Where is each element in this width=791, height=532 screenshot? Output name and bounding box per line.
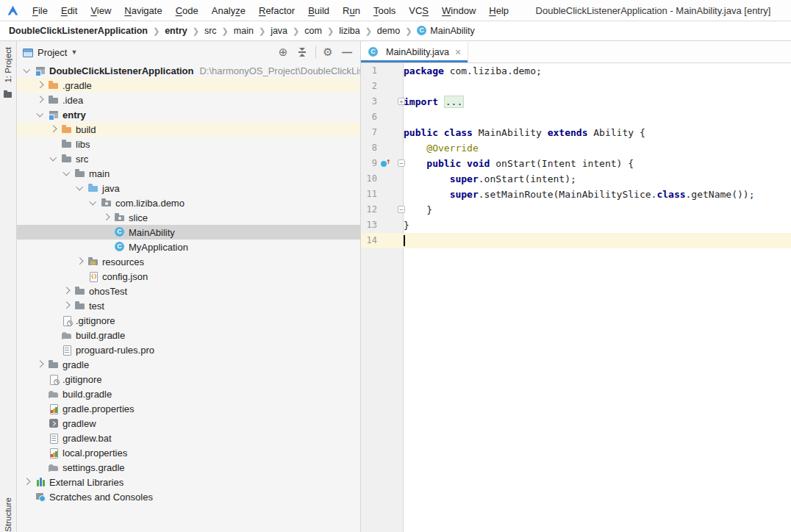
tree-item-main[interactable]: main xyxy=(17,166,360,181)
tree-item-build-gradle[interactable]: build.gradle xyxy=(17,387,360,401)
tree-item-src[interactable]: src xyxy=(17,151,360,166)
breadcrumb-item-main[interactable]: main xyxy=(234,26,254,36)
chevron-down-icon[interactable] xyxy=(74,182,86,194)
menu-view[interactable]: View xyxy=(84,1,118,21)
code-line-11[interactable]: 11 super.setMainRoute(MainAbilitySlice.c… xyxy=(361,187,791,202)
tree-item-label: DoubleClickListenerApplication xyxy=(49,65,193,76)
breadcrumb-item-demo[interactable]: demo xyxy=(377,26,400,36)
chevron-right-icon[interactable] xyxy=(101,212,112,223)
code-editor[interactable]: 1package com.liziba.demo;23+import ...67… xyxy=(361,63,791,532)
menu-refactor[interactable]: Refactor xyxy=(252,1,301,21)
breadcrumb-item-mainability[interactable]: CMainAbility xyxy=(417,26,474,36)
code-line-6[interactable]: 6 xyxy=(361,109,791,125)
tree-item-build-gradle[interactable]: build.gradle xyxy=(17,328,360,342)
tree-item-gradle-properties[interactable]: gradle.properties xyxy=(17,401,360,416)
stripe-project-button[interactable]: 1: Project xyxy=(0,41,16,98)
tree-item-proguard-rules-pro[interactable]: proguard-rules.pro xyxy=(17,342,360,357)
menu-help[interactable]: Help xyxy=(482,1,515,21)
menu-file[interactable]: File xyxy=(26,1,54,21)
code-line-10[interactable]: 10 super.onStart(intent); xyxy=(361,171,791,187)
fold-collapse-icon[interactable]: − xyxy=(398,159,405,167)
chevron-right-icon[interactable] xyxy=(35,359,46,370)
menu-tools[interactable]: Tools xyxy=(367,1,402,21)
tab-mainability-java[interactable]: C MainAbility.java × xyxy=(361,42,468,62)
tree-item-doubleclicklistenerapplication[interactable]: DoubleClickListenerApplicationD:\harmony… xyxy=(17,63,360,78)
locate-file-button[interactable]: ⊕ xyxy=(276,45,290,60)
tree-item-resources[interactable]: resources xyxy=(17,254,360,269)
menu-build[interactable]: Build xyxy=(301,1,336,21)
menu-window[interactable]: Window xyxy=(435,1,482,21)
code-line-9[interactable]: 9↑− public void onStart(Intent intent) { xyxy=(361,156,791,171)
tree-item-label: settings.gradle xyxy=(62,462,125,473)
tree-item-libs[interactable]: libs xyxy=(17,137,360,151)
tree-item-gradlew[interactable]: gradlew xyxy=(17,416,360,431)
chevron-down-icon[interactable] xyxy=(21,65,33,76)
tree-item-test[interactable]: test xyxy=(17,298,360,313)
tree-item-local-properties[interactable]: local.properties xyxy=(17,445,360,460)
code-line-1[interactable]: 1package com.liziba.demo; xyxy=(361,63,791,79)
tree-item-gitignore[interactable]: .gitignore xyxy=(17,372,360,387)
breadcrumb-item-com[interactable]: com xyxy=(304,26,322,36)
breadcrumb-item-src[interactable]: src xyxy=(204,26,217,36)
breadcrumb-item-liziba[interactable]: liziba xyxy=(339,26,360,36)
tree-item-com-liziba-demo[interactable]: com.liziba.demo xyxy=(17,195,360,210)
menu-edit[interactable]: Edit xyxy=(54,1,84,21)
code-line-8[interactable]: 8 @Override xyxy=(361,140,791,156)
chevron-right-icon[interactable] xyxy=(21,476,33,488)
settings-button[interactable]: ⚙ xyxy=(321,45,335,60)
tree-item-mainability[interactable]: CMainAbility xyxy=(17,225,360,240)
tree-item-slice[interactable]: slice xyxy=(17,210,360,225)
chevron-right-icon[interactable] xyxy=(35,94,46,106)
chevron-down-icon[interactable]: ▼ xyxy=(71,48,77,56)
menu-navigate[interactable]: Navigate xyxy=(118,1,168,21)
fold-collapse-icon[interactable]: − xyxy=(398,206,405,213)
tree-item-gradlew-bat[interactable]: gradlew.bat xyxy=(17,431,360,445)
tree-item-myapplication[interactable]: CMyApplication xyxy=(17,240,360,254)
tree-item-settings-gradle[interactable]: settings.gradle xyxy=(17,460,360,475)
hide-panel-button[interactable]: — xyxy=(340,45,354,60)
tree-item-entry[interactable]: entry xyxy=(17,107,360,122)
chevron-right-icon[interactable] xyxy=(61,300,73,312)
breadcrumb-item-doubleclicklistenerapplication[interactable]: DoubleClickListenerApplication xyxy=(9,26,148,36)
tree-item-build[interactable]: build xyxy=(17,122,360,137)
chevron-right-icon[interactable] xyxy=(48,123,60,135)
chevron-right-icon[interactable] xyxy=(61,285,73,297)
tree-item-ohostest[interactable]: ohosTest xyxy=(17,284,360,298)
stripe-structure-button[interactable]: 7: Structure xyxy=(0,497,16,532)
overriding-method-icon[interactable]: ↑ xyxy=(381,159,393,169)
tree-item-gitignore[interactable]: .gitignore xyxy=(17,313,360,328)
collapse-all-button[interactable] xyxy=(295,45,309,60)
chevron-spacer xyxy=(74,270,86,282)
breadcrumb-item-entry[interactable]: entry xyxy=(165,26,187,36)
stripe-project-label: 1: Project xyxy=(4,47,12,83)
chevron-spacer xyxy=(35,417,46,429)
code-line-7[interactable]: 7public class MainAbility extends Abilit… xyxy=(361,125,791,140)
code-line-3[interactable]: 3+import ... xyxy=(361,94,791,109)
tree-item-label: java xyxy=(102,183,120,194)
tree-item-scratches-and-consoles[interactable]: Scratches and Consoles xyxy=(17,489,360,504)
menu-vcs[interactable]: VCS xyxy=(402,1,435,21)
menu-code[interactable]: Code xyxy=(169,1,205,21)
tree-item-java[interactable]: java xyxy=(17,181,360,195)
breadcrumb-item-java[interactable]: java xyxy=(271,26,287,36)
chevron-right-icon[interactable] xyxy=(35,79,46,91)
close-icon[interactable]: × xyxy=(455,47,461,57)
chevron-down-icon[interactable] xyxy=(61,168,73,179)
chevron-right-icon[interactable] xyxy=(74,256,86,267)
chevron-down-icon[interactable] xyxy=(35,109,46,121)
menu-run[interactable]: Run xyxy=(336,1,367,21)
chevron-down-icon[interactable] xyxy=(48,153,60,165)
project-view-selector[interactable]: Project xyxy=(37,47,67,58)
code-line-13[interactable]: 13} xyxy=(361,218,791,233)
code-line-12[interactable]: 12− } xyxy=(361,202,791,218)
tree-item-external-libraries[interactable]: External Libraries xyxy=(17,475,360,489)
tree-item-gradle[interactable]: gradle xyxy=(17,357,360,372)
tree-item-idea[interactable]: .idea xyxy=(17,93,360,107)
tree-item-gradle[interactable]: .gradle xyxy=(17,78,360,93)
chevron-down-icon[interactable] xyxy=(87,197,99,209)
fold-expand-icon[interactable]: + xyxy=(398,98,405,105)
menu-analyze[interactable]: Analyze xyxy=(205,1,252,21)
code-line-2[interactable]: 2 xyxy=(361,79,791,94)
tree-item-config-json[interactable]: {}config.json xyxy=(17,269,360,284)
code-line-14[interactable]: 14 xyxy=(361,233,791,248)
